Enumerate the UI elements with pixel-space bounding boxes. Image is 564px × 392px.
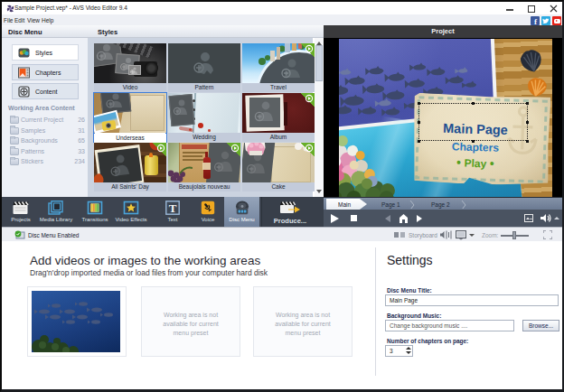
svg-text:T: T xyxy=(169,201,177,215)
